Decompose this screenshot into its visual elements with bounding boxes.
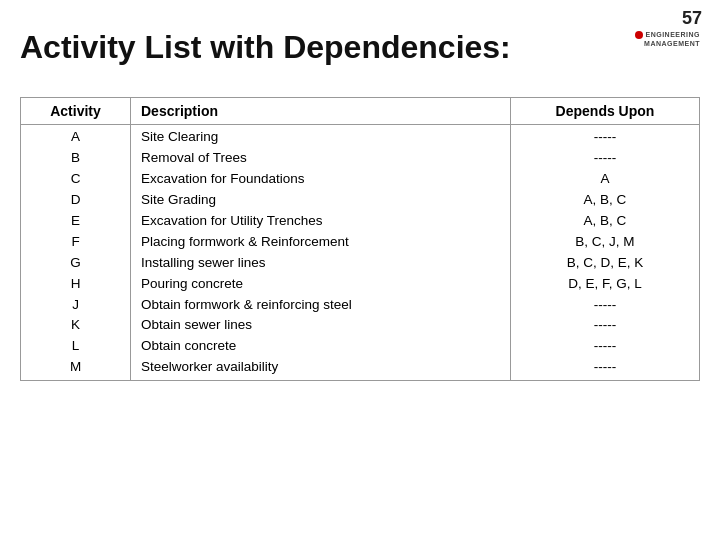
description-item: Steelworker availability <box>141 357 500 378</box>
depends-item: ----- <box>594 357 616 378</box>
activity-table: Activity Description Depends Upon ABCDEF… <box>20 97 700 381</box>
activity-cell: ABCDEFGHJKLM <box>21 125 131 381</box>
col-header-depends: Depends Upon <box>511 98 700 125</box>
page-number: 57 <box>682 8 702 29</box>
description-item: Site Grading <box>141 190 500 211</box>
description-item: Placing formwork & Reinforcement <box>141 232 500 253</box>
activity-item: B <box>71 148 80 169</box>
depends-cell: ----------AA, B, CA, B, CB, C, J, MB, C,… <box>511 125 700 381</box>
page-title: Activity List with Dependencies: <box>20 30 511 65</box>
depends-item: ----- <box>594 336 616 357</box>
activity-item: K <box>71 315 80 336</box>
depends-item: A <box>600 169 609 190</box>
description-cell: Site ClearingRemoval of TreesExcavation … <box>131 125 511 381</box>
activity-item: L <box>72 336 80 357</box>
depends-item: ----- <box>594 148 616 169</box>
activity-item: A <box>71 127 80 148</box>
description-item: Excavation for Utility Trenches <box>141 211 500 232</box>
depends-item: ----- <box>594 127 616 148</box>
depends-item: D, E, F, G, L <box>568 274 642 295</box>
activity-item: J <box>72 295 79 316</box>
description-item: Pouring concrete <box>141 274 500 295</box>
activity-item: C <box>71 169 81 190</box>
logo-area: ENGINEERING MANAGEMENT <box>635 30 700 48</box>
logo-line2: MANAGEMENT <box>644 39 700 48</box>
activity-item: E <box>71 211 80 232</box>
depends-item: B, C, D, E, K <box>567 253 644 274</box>
col-header-description: Description <box>131 98 511 125</box>
table-container: Activity Description Depends Upon ABCDEF… <box>20 97 700 381</box>
activity-item: H <box>71 274 81 295</box>
activity-item: F <box>71 232 79 253</box>
description-item: Obtain sewer lines <box>141 315 500 336</box>
depends-item: A, B, C <box>584 190 627 211</box>
description-item: Obtain formwork & reinforcing steel <box>141 295 500 316</box>
description-item: Removal of Trees <box>141 148 500 169</box>
depends-item: A, B, C <box>584 211 627 232</box>
description-item: Excavation for Foundations <box>141 169 500 190</box>
logo-line1: ENGINEERING <box>645 30 700 39</box>
depends-item: ----- <box>594 315 616 336</box>
logo-dot <box>635 31 643 39</box>
description-item: Obtain concrete <box>141 336 500 357</box>
activity-item: D <box>71 190 81 211</box>
depends-item: ----- <box>594 295 616 316</box>
description-item: Installing sewer lines <box>141 253 500 274</box>
col-header-activity: Activity <box>21 98 131 125</box>
depends-item: B, C, J, M <box>575 232 634 253</box>
activity-item: M <box>70 357 81 378</box>
header-area: Activity List with Dependencies: ENGINEE… <box>20 30 700 65</box>
activity-item: G <box>70 253 81 274</box>
description-item: Site Clearing <box>141 127 500 148</box>
